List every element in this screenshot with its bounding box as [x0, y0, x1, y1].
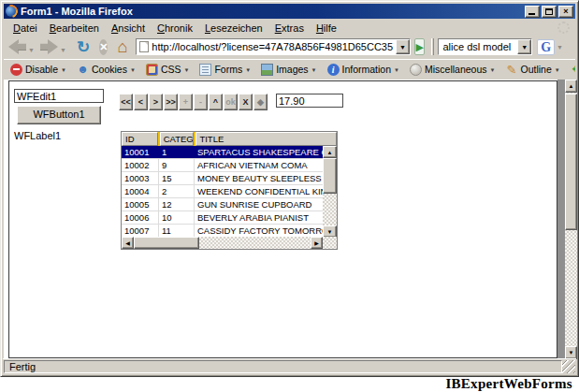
devbar-outline[interactable]: Outline ▼ — [506, 64, 560, 76]
url-bar[interactable]: http://localhost/?license=47A78A856F4981… — [136, 38, 411, 55]
grid-cell[interactable]: 9 — [159, 159, 195, 171]
menu-ansicht[interactable]: Ansicht — [106, 22, 152, 35]
google-dropdown-icon[interactable]: ▼ — [557, 44, 563, 51]
stop-icon[interactable]: ✕ — [99, 39, 108, 55]
forward-dropdown-icon[interactable]: ▼ — [60, 47, 66, 53]
menu-datei[interactable]: Datei — [7, 22, 44, 35]
page-scrollbar[interactable]: ▲ ▼ — [565, 80, 577, 359]
grid-cell[interactable]: 12 — [159, 198, 195, 211]
column-header-id[interactable]: ID — [122, 132, 158, 146]
wfbutton1-button[interactable]: WFButton1 — [17, 106, 101, 124]
nav-cancel-button[interactable]: X — [239, 94, 253, 110]
column-header-category[interactable]: CATEGC — [160, 132, 195, 146]
go-button[interactable]: ▶ — [414, 38, 425, 55]
webdeveloper-toolbar: Disable ▼ Cookies ▼ CSS ▼ Forms ▼ Images… — [4, 59, 575, 79]
toolbar-grip — [431, 38, 434, 55]
grid-row[interactable]: 100029AFRICAN VIETNAM COMA — [122, 159, 323, 172]
grid-cell[interactable]: 10002 — [122, 159, 159, 171]
grid-cell[interactable]: BEVERLY ARABIA PIANIST — [195, 211, 323, 224]
grid-cell[interactable]: AFRICAN VIETNAM COMA — [195, 159, 323, 171]
close-icon[interactable]: × — [558, 6, 573, 18]
google-search-button[interactable]: G ▼ — [537, 39, 569, 55]
back-icon — [8, 39, 26, 54]
grid-cell[interactable]: 10007 — [122, 225, 159, 237]
devbar-information[interactable]: i Information ▼ — [327, 64, 399, 76]
home-icon[interactable]: ⌂ — [117, 39, 127, 55]
grid-cell[interactable]: 11 — [159, 225, 195, 237]
nav-prior-button[interactable]: < — [134, 94, 148, 110]
grid-cell[interactable]: MONEY BEAUTY SLEEPLESS — [195, 172, 323, 184]
devbar-css[interactable]: CSS ▼ — [146, 64, 190, 76]
minimize-icon[interactable] — [525, 6, 540, 18]
grid-cell[interactable]: 2 — [159, 185, 195, 197]
grid-cell[interactable]: GUN SUNRISE CUPBOARD — [195, 198, 323, 211]
nav-post-button[interactable]: ok — [224, 94, 238, 110]
scroll-down-icon[interactable]: ▼ — [565, 346, 577, 359]
devbar-miscellaneous[interactable]: Miscellaneous ▼ — [410, 64, 496, 76]
page-scroll-track[interactable] — [565, 93, 577, 346]
grid-cell[interactable]: 10001 — [122, 146, 159, 158]
grid-cell[interactable]: 10006 — [122, 211, 159, 224]
devbar-forms[interactable]: Forms ▼ — [199, 64, 251, 76]
nav-edit-button[interactable]: ^ — [209, 94, 223, 110]
grid-horizontal-scrollbar[interactable]: ◀ ▶ — [122, 237, 323, 249]
grid-cell[interactable]: 10005 — [122, 198, 159, 211]
grid-cell[interactable]: 10004 — [122, 185, 159, 197]
scroll-up-icon[interactable]: ▲ — [323, 146, 337, 158]
menu-lesezeichen[interactable]: Lesezeichen — [199, 22, 269, 35]
back-button[interactable] — [8, 39, 26, 54]
page-scroll-thumb[interactable] — [565, 94, 577, 230]
back-dropdown-icon[interactable]: ▼ — [28, 47, 35, 53]
menu-extras[interactable]: Extras — [269, 22, 311, 35]
devbar-disable[interactable]: Disable ▼ — [10, 64, 66, 76]
devbar-resize[interactable]: Resize ▼ — [571, 64, 575, 76]
grid-cell[interactable]: CASSIDY FACTORY TOMORROW — [195, 225, 323, 237]
nav-last-button[interactable]: >> — [164, 94, 178, 110]
grid-cell[interactable]: 15 — [159, 172, 195, 184]
grid-row[interactable]: 1000610BEVERLY ARABIA PIANIST — [122, 211, 323, 225]
grid-cell[interactable]: SPARTACUS SHAKESPEARE CLONES — [195, 146, 323, 158]
reload-icon[interactable]: ↻ — [77, 39, 90, 55]
maximize-icon[interactable] — [542, 6, 557, 18]
menu-chronik[interactable]: Chronik — [152, 22, 199, 35]
grid-cell[interactable]: 10 — [159, 211, 195, 224]
grid-vscroll-thumb[interactable] — [323, 158, 337, 194]
forward-button[interactable] — [40, 39, 58, 54]
grid-row[interactable]: 100042WEEKEND CONFIDENTIAL KING — [122, 185, 323, 198]
price-input[interactable] — [276, 94, 343, 108]
url-text[interactable]: http://localhost/?license=47A78A856F4981… — [149, 41, 396, 52]
grid-row[interactable]: 1000315MONEY BEAUTY SLEEPLESS — [122, 172, 323, 185]
grid-hscroll-thumb[interactable] — [134, 237, 199, 249]
grid-cell[interactable]: WEEKEND CONFIDENTIAL KING — [195, 185, 323, 197]
grid-vertical-scrollbar[interactable]: ▲ ▼ — [323, 146, 337, 238]
grid-cell[interactable]: 10003 — [122, 172, 159, 184]
scroll-right-icon[interactable]: ▶ — [311, 237, 323, 249]
nav-insert-button[interactable]: + — [179, 94, 193, 110]
devbar-cookies[interactable]: Cookies ▼ — [77, 64, 136, 76]
grid-row[interactable]: 100011SPARTACUS SHAKESPEARE CLONES — [122, 146, 323, 159]
resize-grip-icon[interactable] — [562, 360, 575, 373]
chevron-down-icon: ▼ — [130, 67, 136, 73]
devbar-images[interactable]: Images ▼ — [261, 64, 316, 76]
nav-next-button[interactable]: > — [149, 94, 163, 110]
scroll-left-icon[interactable]: ◀ — [122, 237, 134, 249]
search-dropdown-icon[interactable]: ▼ — [517, 39, 531, 54]
menu-hilfe[interactable]: Hilfe — [311, 22, 343, 35]
nav-refresh-button[interactable]: ◆ — [253, 94, 268, 110]
title-bar[interactable]: Form1 - Mozilla Firefox × — [4, 4, 575, 19]
grid-hscroll-track[interactable] — [199, 237, 311, 249]
grid-vscroll-track[interactable] — [323, 158, 337, 225]
grid-row[interactable]: 1000711CASSIDY FACTORY TOMORROW — [122, 225, 323, 238]
search-input[interactable]: alice dsl model — [439, 41, 517, 52]
chevron-down-icon: ▼ — [245, 67, 251, 73]
wfedit1-input[interactable] — [14, 89, 104, 103]
column-header-title[interactable]: TITLE — [195, 132, 337, 146]
menu-bearbeiten[interactable]: Bearbeiten — [44, 22, 106, 35]
grid-row[interactable]: 1000512GUN SUNRISE CUPBOARD — [122, 198, 323, 211]
url-dropdown-icon[interactable]: ▼ — [396, 39, 410, 54]
nav-delete-button[interactable]: - — [194, 94, 208, 110]
grid-cell[interactable]: 1 — [159, 146, 195, 158]
nav-first-button[interactable]: << — [119, 94, 133, 110]
search-bar[interactable]: alice dsl model ▼ — [438, 38, 532, 55]
scroll-up-icon[interactable]: ▲ — [565, 80, 577, 93]
